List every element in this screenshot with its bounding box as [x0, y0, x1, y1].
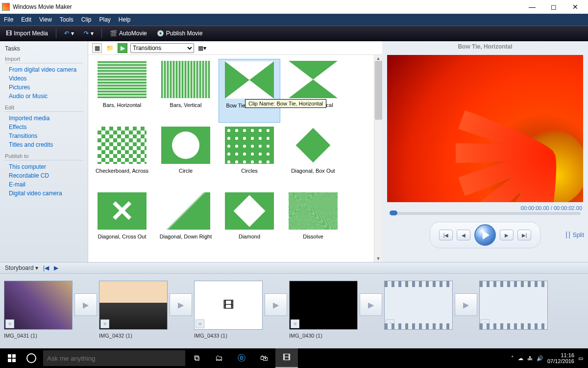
transition-thumb	[289, 192, 338, 230]
effects-star-icon[interactable]: ★	[481, 319, 490, 328]
view-thumbnails-button[interactable]: ▦	[92, 43, 102, 53]
transition-item[interactable]: Bars, Horizontal	[91, 59, 153, 123]
transition-item[interactable]: Circle	[155, 125, 217, 188]
seek-knob[interactable]	[390, 210, 397, 215]
task-transitions[interactable]: Transitions	[5, 131, 83, 140]
menu-edit[interactable]: Edit	[21, 16, 31, 23]
clock[interactable]: 11:16 07/12/2016	[547, 352, 574, 364]
file-explorer-button[interactable]: 🗂	[208, 348, 230, 368]
task-pub-computer[interactable]: This computer	[5, 162, 83, 171]
effects-star-icon[interactable]: ★	[291, 319, 299, 328]
forward-button[interactable]: ▶	[500, 230, 514, 240]
transition-slot[interactable]: ▶	[265, 293, 287, 316]
task-pub-cd[interactable]: Recordable CD	[5, 171, 83, 180]
task-import-pictures[interactable]: Pictures	[5, 83, 83, 92]
redo-button[interactable]: ↷▾	[82, 29, 96, 38]
storyboard-bar: Storyboard ▾ |◀ ▶	[0, 262, 588, 274]
tray-chevron-icon[interactable]: ˄	[511, 355, 514, 362]
preview-monitor[interactable]	[387, 55, 583, 202]
effects-star-icon[interactable]: ★	[100, 319, 109, 328]
transition-item[interactable]: Bow Tie, Vertical	[282, 59, 344, 123]
sb-rewind-button[interactable]: |◀	[43, 264, 49, 271]
task-view-button[interactable]: ⧉	[185, 348, 208, 368]
seekbar[interactable]	[390, 212, 581, 215]
storyboard-clip[interactable]: ★	[384, 281, 453, 333]
scroll-thumb[interactable]	[375, 61, 382, 120]
transition-item[interactable]: Bars, Vertical	[155, 59, 217, 123]
storyboard[interactable]: ★IMG_0431 (1)▶★IMG_0432 (1)▶🎞★IMG_0433 (…	[0, 274, 588, 348]
menu-view[interactable]: View	[39, 16, 52, 23]
close-button[interactable]: ✕	[564, 0, 586, 14]
storyboard-clip[interactable]: ★IMG_0432 (1)	[99, 281, 168, 339]
play-button[interactable]	[474, 224, 496, 246]
maximize-button[interactable]: ◻	[543, 0, 564, 14]
menu-help[interactable]: Help	[119, 16, 131, 23]
automovie-button[interactable]: 🎬 AutoMovie	[108, 29, 149, 38]
transition-slot[interactable]: ▶	[170, 293, 192, 316]
task-pub-dv[interactable]: Digital video camera	[5, 189, 83, 198]
storyboard-clip[interactable]: ★IMG_0430 (1)	[289, 281, 358, 339]
minimize-button[interactable]: —	[521, 0, 543, 14]
search-input[interactable]	[43, 350, 185, 366]
next-frame-button[interactable]: ▶|	[517, 230, 531, 240]
task-titles[interactable]: Titles and credits	[5, 140, 83, 149]
storyboard-clip[interactable]: ★IMG_0431 (1)	[4, 281, 73, 339]
transition-slot[interactable]: ▶	[455, 293, 477, 316]
movie-maker-taskbar[interactable]: 🎞	[275, 348, 298, 368]
notifications-icon[interactable]: ▭	[578, 355, 583, 362]
transition-slot[interactable]: ▶	[74, 293, 97, 316]
tray-network-icon[interactable]: 🖧	[527, 355, 533, 361]
storyboard-clip[interactable]: 🎞★IMG_0433 (1)	[194, 281, 263, 339]
task-import-videos[interactable]: Videos	[5, 74, 83, 83]
rewind-button[interactable]: ◀	[457, 230, 470, 240]
effects-star-icon[interactable]: ★	[196, 319, 204, 328]
view-details-button[interactable]: 📁	[105, 43, 115, 53]
prev-frame-button[interactable]: |◀	[439, 230, 453, 240]
app-title: Windows Movie Maker	[13, 3, 72, 10]
task-effects[interactable]: Effects	[5, 123, 83, 131]
scroll-down-icon[interactable]: ▼	[376, 256, 381, 261]
undo-button[interactable]: ↶▾	[62, 29, 76, 38]
transition-item[interactable]: Diamond	[219, 190, 280, 254]
transition-item[interactable]: Diagonal, Box Out	[282, 125, 344, 188]
sb-play-button[interactable]: ▶	[54, 264, 58, 271]
transition-item[interactable]: Circles	[219, 125, 280, 188]
collection-dropdown[interactable]: Transitions	[130, 43, 194, 53]
transition-item[interactable]: Diagonal, Cross Out	[91, 190, 153, 254]
storyboard-clip[interactable]: ★	[479, 281, 548, 333]
tasks-section-edit: Edit	[5, 105, 83, 112]
publish-button[interactable]: 💿 Publish Movie	[155, 29, 205, 38]
menu-file[interactable]: File	[4, 16, 13, 23]
split-button[interactable]: ⎮⎮ Split	[565, 232, 584, 238]
transition-item[interactable]: Bow Tie, Horizontal	[219, 59, 280, 123]
transition-thumb	[161, 192, 210, 230]
transition-item[interactable]: Dissolve	[282, 190, 344, 254]
start-button[interactable]	[2, 348, 22, 368]
view-options-button[interactable]: ▦▾	[197, 43, 207, 53]
effects-star-icon[interactable]: ★	[5, 319, 14, 328]
menu-clip[interactable]: Clip	[81, 16, 92, 23]
task-pub-email[interactable]: E-mail	[5, 180, 83, 189]
tasks-section-import: Import	[5, 56, 83, 63]
clip-label: IMG_0430 (1)	[289, 333, 358, 339]
import-media-button[interactable]: 🎞 Import Media	[4, 29, 50, 38]
edge-button[interactable]: ⓔ	[230, 348, 253, 368]
cortana-button[interactable]	[22, 348, 41, 368]
task-imported-media[interactable]: Imported media	[5, 114, 83, 123]
store-button[interactable]: 🛍	[253, 348, 275, 368]
scroll-up-icon[interactable]: ▲	[376, 56, 381, 61]
location-back-button[interactable]: ▶	[118, 43, 127, 53]
menu-tools[interactable]: Tools	[60, 16, 74, 23]
menu-play[interactable]: Play	[99, 16, 111, 23]
storyboard-dropdown[interactable]: Storyboard ▾	[5, 264, 38, 271]
scrollbar[interactable]: ▲ ▼	[374, 55, 382, 262]
effects-star-icon[interactable]: ★	[386, 319, 394, 328]
task-import-audio[interactable]: Audio or Music	[5, 92, 83, 101]
transition-item[interactable]: Diagonal, Down Right	[155, 190, 217, 254]
tray-volume-icon[interactable]: 🔊	[537, 355, 543, 362]
task-import-camera[interactable]: From digital video camera	[5, 65, 83, 74]
transition-slot[interactable]: ▶	[360, 293, 382, 316]
transition-item[interactable]: Checkerboard, Across	[91, 125, 153, 188]
tray-onedrive-icon[interactable]: ☁	[518, 355, 523, 362]
clock-time: 11:16	[547, 352, 574, 358]
